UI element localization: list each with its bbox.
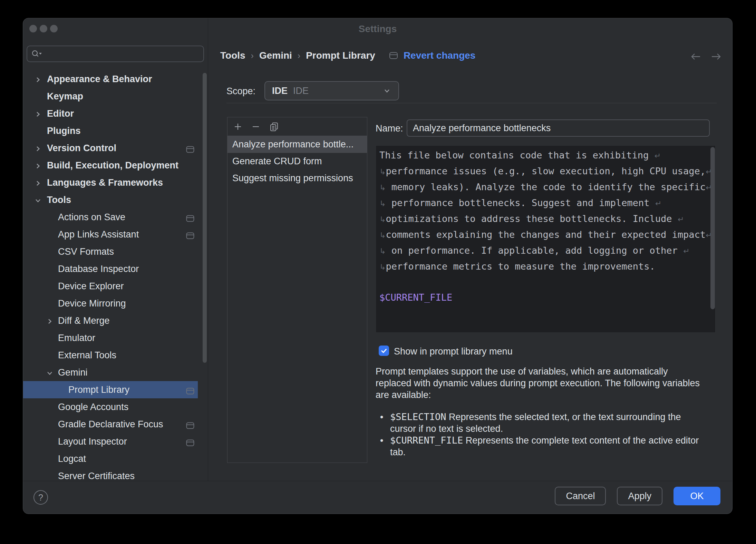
- scope-value: IDE: [272, 86, 288, 96]
- chevron-right-icon[interactable]: [34, 179, 42, 186]
- chevron-right-icon[interactable]: [34, 144, 42, 152]
- editor-line: ↳performance issues (e.g., slow executio…: [379, 164, 705, 179]
- prompt-item-suggest-missing-permissions[interactable]: Suggest missing permissions: [227, 170, 367, 187]
- prompt-item-generate-crud-form[interactable]: Generate CRUD form: [227, 153, 367, 170]
- sidebar-item-gradle-declarative-focus[interactable]: Gradle Declarative Focus: [23, 416, 208, 433]
- soft-wrap-icon: ↳: [379, 199, 386, 208]
- revert-changes-link[interactable]: Revert changes: [404, 50, 476, 61]
- breadcrumb-separator-icon: ›: [298, 51, 300, 61]
- sidebar-item-languages-frameworks[interactable]: Languages & Frameworks: [23, 174, 208, 191]
- sidebar-item-build-execution-deployment[interactable]: Build, Execution, Deployment: [23, 157, 208, 174]
- scope-dropdown[interactable]: IDE IDE: [264, 81, 399, 100]
- sidebar-item-label: Plugins: [47, 126, 81, 136]
- search-input[interactable]: [45, 49, 203, 59]
- sidebar-item-csv-formats[interactable]: CSV Formats: [23, 243, 208, 260]
- forward-arrow-icon[interactable]: [710, 52, 723, 61]
- editor-line: ↳optimizations to address these bottlene…: [379, 211, 705, 227]
- chevron-down-icon[interactable]: [46, 369, 54, 376]
- show-in-menu-checkbox[interactable]: [379, 346, 389, 356]
- checkmark-icon: [380, 347, 388, 354]
- sidebar-item-diff-merge[interactable]: Diff & Merge: [23, 312, 208, 329]
- sidebar-item-label: Languages & Frameworks: [47, 177, 163, 188]
- chevron-right-icon[interactable]: [34, 162, 42, 169]
- scope-label: Scope:: [226, 86, 255, 97]
- chevron-right-icon[interactable]: [34, 110, 42, 117]
- back-arrow-icon[interactable]: [689, 52, 702, 61]
- sidebar-item-label: App Links Assistant: [58, 229, 139, 240]
- sidebar-item-version-control[interactable]: Version Control: [23, 139, 208, 157]
- settings-page-icon: [186, 386, 194, 393]
- sidebar-item-google-accounts[interactable]: Google Accounts: [23, 398, 208, 416]
- editor-line: ↳ on performance. If applicable, add log…: [379, 243, 705, 259]
- sidebar-item-external-tools[interactable]: External Tools: [23, 347, 208, 364]
- chevron-down-icon: [382, 86, 391, 95]
- dialog-footer: ? Cancel Apply OK: [23, 481, 732, 514]
- ok-button[interactable]: OK: [673, 487, 720, 505]
- settings-page-icon: [186, 231, 194, 238]
- sidebar-item-emulator[interactable]: Emulator: [23, 329, 208, 347]
- sidebar-item-tools[interactable]: Tools: [23, 191, 208, 208]
- settings-search-box[interactable]: [27, 46, 204, 62]
- soft-wrap-icon: ↵: [655, 199, 661, 208]
- sidebar-item-device-explorer[interactable]: Device Explorer: [23, 278, 208, 295]
- prompt-list: Analyze performance bottle...Generate CR…: [227, 136, 367, 187]
- prompt-name-input[interactable]: [407, 119, 710, 137]
- soft-wrap-icon: ↵: [678, 215, 684, 224]
- bullet-text: $SELECTION Represents the selected text,…: [390, 411, 681, 435]
- editor-scrollbar[interactable]: [710, 147, 715, 309]
- copy-prompt-button[interactable]: [269, 122, 279, 132]
- sidebar-item-database-inspector[interactable]: Database Inspector: [23, 260, 208, 278]
- sidebar-item-device-mirroring[interactable]: Device Mirroring: [23, 295, 208, 312]
- chevron-right-icon[interactable]: [46, 317, 54, 324]
- soft-wrap-icon: ↳: [379, 183, 386, 192]
- add-prompt-button[interactable]: [233, 122, 243, 132]
- breadcrumb-tools[interactable]: Tools: [220, 50, 245, 61]
- sidebar-item-label: Device Explorer: [58, 281, 124, 292]
- variable-token: $SELECTION: [390, 411, 446, 422]
- sidebar-item-actions-on-save[interactable]: Actions on Save: [23, 208, 208, 226]
- sidebar-item-label: Keymap: [47, 91, 83, 102]
- variable-bullet-current-file: •$CURRENT_FILE Represents the complete t…: [380, 435, 718, 458]
- help-button[interactable]: ?: [33, 490, 48, 505]
- soft-wrap-icon: ↳: [379, 167, 386, 176]
- sidebar-item-label: Build, Execution, Deployment: [47, 160, 178, 171]
- sidebar-item-label: Layout Inspector: [58, 436, 127, 447]
- sidebar-item-editor[interactable]: Editor: [23, 105, 208, 122]
- cancel-button[interactable]: Cancel: [555, 487, 606, 505]
- sidebar-item-appearance-behavior[interactable]: Appearance & Behavior: [23, 70, 208, 88]
- editor-line: [379, 275, 705, 290]
- sidebar-item-plugins[interactable]: Plugins: [23, 122, 208, 139]
- modified-page-icon: [389, 52, 398, 59]
- sidebar-item-logcat[interactable]: Logcat: [23, 450, 208, 467]
- sidebar-item-label: Version Control: [47, 143, 116, 154]
- chevron-right-icon[interactable]: [34, 75, 42, 83]
- scope-hint: IDE: [293, 86, 309, 96]
- variables-description: Prompt templates support the use of vari…: [376, 366, 721, 401]
- breadcrumb-separator-icon: ›: [251, 51, 254, 61]
- bullet-dot: •: [380, 435, 390, 458]
- sidebar-item-gemini[interactable]: Gemini: [23, 364, 208, 381]
- settings-tree: Appearance & BehaviorKeymapEditorPlugins…: [23, 70, 208, 481]
- editor-line: ↳ performance bottlenecks. Suggest and i…: [379, 195, 705, 211]
- sidebar-item-server-certificates[interactable]: Server Certificates: [23, 467, 208, 481]
- search-icon: [31, 50, 42, 58]
- sidebar-item-label: Tools: [47, 195, 71, 205]
- sidebar-scrollbar[interactable]: [203, 73, 207, 363]
- prompt-item-analyze-performance-bottle[interactable]: Analyze performance bottle...: [227, 136, 367, 153]
- settings-window: Settings Appearance & BehaviorKeymapEdit…: [23, 18, 733, 514]
- apply-button[interactable]: Apply: [617, 487, 662, 505]
- editor-line: ↳ memory leaks). Analyze the code to ide…: [379, 179, 705, 195]
- sidebar-item-keymap[interactable]: Keymap: [23, 88, 208, 105]
- name-label: Name:: [376, 123, 403, 134]
- breadcrumb-gemini[interactable]: Gemini: [259, 50, 292, 61]
- sidebar-item-app-links-assistant[interactable]: App Links Assistant: [23, 226, 208, 243]
- remove-prompt-button[interactable]: [251, 122, 261, 132]
- sidebar-item-prompt-library[interactable]: Prompt Library: [23, 381, 198, 398]
- sidebar-item-layout-inspector[interactable]: Layout Inspector: [23, 433, 208, 450]
- prompt-list-panel: Analyze performance bottle...Generate CR…: [227, 117, 367, 463]
- sidebar-item-label: Editor: [47, 108, 74, 119]
- sidebar-item-label: Emulator: [58, 333, 95, 343]
- chevron-down-icon[interactable]: [34, 196, 42, 204]
- soft-wrap-icon: ↵: [655, 152, 661, 160]
- prompt-text-editor[interactable]: This file below contains code that is ex…: [376, 145, 716, 333]
